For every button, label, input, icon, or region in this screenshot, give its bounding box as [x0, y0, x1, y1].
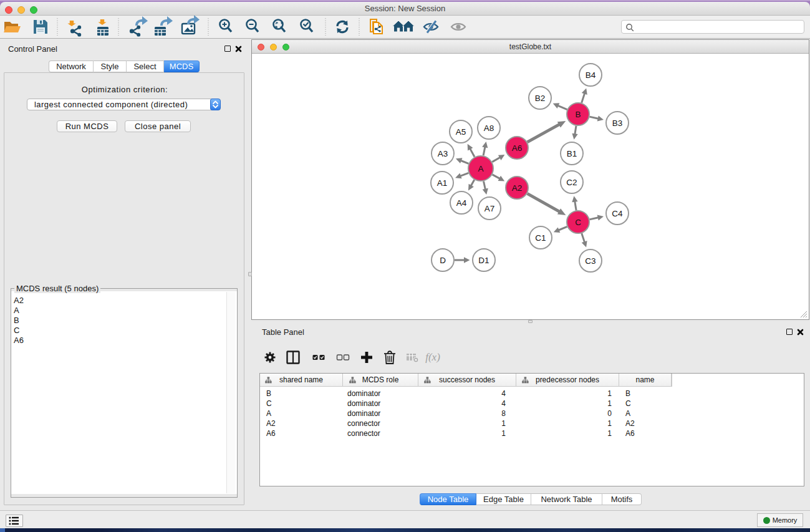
svg-text:C4: C4 [612, 209, 623, 218]
svg-text:A8: A8 [484, 123, 494, 133]
svg-text:B1: B1 [567, 149, 577, 158]
svg-text:B: B [575, 110, 581, 119]
svg-text:B4: B4 [586, 70, 596, 80]
svg-text:A4: A4 [456, 198, 467, 208]
svg-text:f(x): f(x) [425, 351, 440, 363]
svg-text:A: A [478, 164, 483, 173]
svg-text:C1: C1 [535, 233, 546, 243]
svg-text:D1: D1 [478, 256, 489, 265]
svg-text:B2: B2 [535, 94, 546, 103]
svg-text:C: C [575, 218, 581, 227]
svg-text:A1: A1 [437, 178, 448, 188]
svg-text:A6: A6 [512, 143, 523, 153]
svg-text:C2: C2 [566, 178, 577, 187]
svg-text:B3: B3 [612, 118, 623, 128]
svg-text:A7: A7 [485, 204, 495, 213]
svg-text:D: D [440, 256, 446, 265]
svg-text:A5: A5 [456, 127, 466, 137]
svg-text:A2: A2 [512, 183, 523, 193]
svg-text:C3: C3 [585, 256, 595, 266]
svg-text:A3: A3 [438, 149, 448, 158]
